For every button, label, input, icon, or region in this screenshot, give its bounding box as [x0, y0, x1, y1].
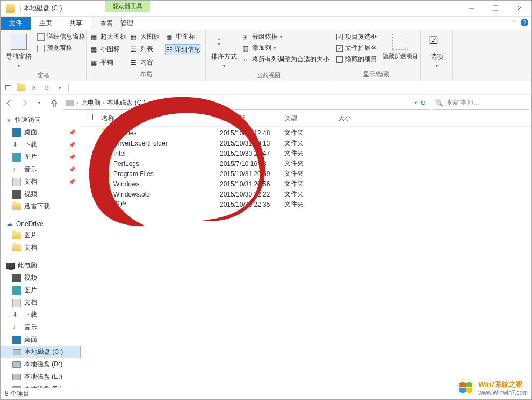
folder-icon [102, 170, 110, 177]
nav-drive-f[interactable]: 本地磁盘 (F:) [1, 383, 81, 388]
hidden-items-toggle[interactable]: 隐藏的项目 [335, 54, 378, 64]
item-checkboxes-toggle[interactable]: ✓项目复选框 [335, 32, 378, 42]
nav-thispc[interactable]: 此电脑 [1, 259, 81, 272]
preview-pane-icon [37, 45, 45, 52]
select-all-checkbox[interactable] [87, 114, 93, 120]
file-extensions-toggle[interactable]: ✓文件扩展名 [335, 43, 378, 53]
view-details[interactable]: ☷详细信息 [165, 44, 200, 55]
ribbon-group-currentview: 当前视图 [209, 70, 328, 79]
file-row[interactable]: Binaries2015/10/31 12:48文件夹 [81, 128, 531, 138]
recent-locations-button[interactable]: ▾ [33, 97, 46, 110]
nav-onedrive[interactable]: ☁OneDrive [1, 218, 81, 229]
divider: | [20, 5, 21, 12]
nav-onedrive-pictures[interactable]: 图片 [1, 229, 81, 242]
view-large-icons[interactable]: ▦大图标 [130, 32, 163, 42]
back-button[interactable] [3, 97, 16, 110]
column-type[interactable]: 类型 [284, 114, 338, 123]
tab-file[interactable]: 文件 [1, 17, 31, 30]
help-button[interactable]: ? [521, 19, 528, 26]
preview-pane-button[interactable]: 预览窗格 [36, 43, 87, 53]
qat-redo[interactable]: ↺ [41, 83, 52, 93]
qat-properties[interactable]: 🗔 [3, 83, 13, 93]
qat-undo[interactable]: ✕ [28, 83, 39, 93]
nav-videos[interactable]: 视频 [1, 188, 81, 200]
tiles-icon: ▦ [166, 33, 174, 41]
nav-pc-pictures[interactable]: 图片 [1, 284, 81, 296]
address-bar[interactable]: › 此电脑 › 本地磁盘 (C:) ▾ ↻ [63, 97, 430, 110]
nav-quick-access[interactable]: ★快速访问 [1, 114, 81, 126]
nav-onedrive-documents[interactable]: 文档 [1, 242, 81, 254]
file-type: 文件夹 [284, 139, 338, 148]
file-row[interactable]: Windows.old2015/10/30 22:22文件夹 [81, 189, 531, 199]
maximize-button[interactable] [483, 1, 507, 16]
view-list[interactable]: ☰列表 [130, 44, 163, 54]
file-row[interactable]: Program Files2015/10/31 20:59文件夹 [81, 169, 531, 179]
nav-pc-desktop[interactable]: 桌面 [1, 333, 81, 346]
nav-pc-music[interactable]: ♪音乐 [1, 321, 81, 333]
qat-customize[interactable]: ▾ [54, 83, 65, 93]
options-button[interactable]: ☑ 选项 ▾ [427, 32, 447, 70]
pictures-icon [12, 286, 21, 295]
nav-drive-c[interactable]: 本地磁盘 (C:) [1, 346, 81, 358]
nav-desktop[interactable]: 桌面📌 [1, 126, 81, 139]
file-row[interactable]: DriverExpertFolder2015/10/31 20:13文件夹 [81, 138, 531, 148]
breadcrumb-thispc[interactable]: 此电脑 [81, 98, 100, 107]
nav-documents[interactable]: 文档📌 [1, 176, 81, 188]
file-row[interactable]: Intel2015/10/30 20:47文件夹 [81, 148, 531, 158]
search-box[interactable]: 🔍 搜索"本地... [433, 97, 529, 110]
size-columns-button[interactable]: ↔将所有列调整为合适的大小 [241, 54, 330, 64]
checkbox-icon [336, 56, 343, 63]
file-row[interactable]: PerfLogs2015/7/10 16:28文件夹 [81, 158, 531, 169]
file-type: 文件夹 [284, 159, 338, 168]
ribbon-group-showhide: 显示/隐藏 [335, 69, 417, 78]
contextual-tab-drive-tools[interactable]: 驱动器工具 [105, 1, 150, 12]
navigation-pane[interactable]: ★快速访问 桌面📌 ⬇下载📌 图片📌 ♪音乐📌 文档📌 视频 迅雷下载 ☁One… [1, 111, 81, 388]
add-columns-button[interactable]: ▥添加列 ▾ [241, 43, 330, 53]
address-history-button[interactable]: ▾ [415, 100, 417, 105]
nav-music[interactable]: ♪音乐📌 [1, 163, 81, 176]
group-by-button[interactable]: ⊞分组依据 ▾ [241, 32, 330, 42]
nav-drive-d[interactable]: 本地磁盘 (D:) [1, 358, 81, 370]
up-button[interactable] [48, 97, 61, 110]
view-content[interactable]: ☰内容 [130, 57, 163, 68]
details-pane-button[interactable]: 详细信息窗格 [36, 32, 87, 42]
column-size[interactable]: 大小 [338, 114, 381, 123]
nav-pc-downloads[interactable]: ⬇下载 [1, 309, 81, 321]
hide-selected-button[interactable]: 隐藏所选项目 [380, 32, 420, 62]
file-row[interactable]: Windows2015/10/31 20:56文件夹 [81, 179, 531, 189]
tiles-icon: ▦ [91, 46, 98, 53]
collapse-ribbon-button[interactable]: ⌃ [512, 19, 516, 26]
view-xlarge-icons[interactable]: ▦超大图标 [90, 32, 127, 42]
nav-thunder[interactable]: 迅雷下载 [1, 200, 81, 213]
file-date: 2015/10/30 22:22 [220, 191, 284, 198]
close-button[interactable] [507, 1, 531, 16]
minimize-button[interactable] [459, 1, 483, 16]
file-row[interactable]: 用户2015/10/30 22:35文件夹 [81, 199, 531, 209]
nav-pictures[interactable]: 图片📌 [1, 151, 81, 163]
breadcrumb-drive[interactable]: 本地磁盘 (C:) [107, 98, 145, 107]
folder-icon [102, 201, 110, 208]
ribbon: 导航窗格 ▾ 详细信息窗格 预览窗格 窗格 ▦超大图标 ▦大图标 ▦中图标 ▦小… [1, 30, 531, 81]
tab-home[interactable]: 主页 [31, 17, 61, 30]
navigation-pane-button[interactable]: 导航窗格 ▾ [4, 32, 34, 70]
view-small-icons[interactable]: ▦小图标 [90, 44, 127, 54]
forward-button[interactable] [18, 97, 31, 110]
column-date[interactable]: 修改日期 [220, 114, 284, 123]
qat-new-folder[interactable] [16, 83, 26, 93]
pictures-icon [12, 153, 21, 162]
sort-by-button[interactable]: ↕ 排序方式 ▾ [209, 32, 239, 70]
column-headers[interactable]: 名称 修改日期 类型 大小 [81, 111, 531, 127]
navigation-pane-icon [11, 34, 27, 50]
tab-manage[interactable]: 管理 [112, 17, 142, 30]
view-tiles[interactable]: ▦平铺 [90, 57, 127, 68]
refresh-button[interactable]: ↻ [420, 99, 426, 107]
column-name[interactable]: 名称 [102, 114, 220, 123]
nav-drive-e[interactable]: 本地磁盘 (E:) [1, 370, 81, 383]
tab-share[interactable]: 共享 [61, 17, 91, 30]
view-medium-icons[interactable]: ▦中图标 [165, 32, 198, 42]
nav-pc-videos[interactable]: 视频 [1, 272, 81, 284]
file-type: 文件夹 [284, 190, 338, 199]
nav-pc-documents[interactable]: 文档 [1, 296, 81, 309]
file-list[interactable]: Binaries2015/10/31 12:48文件夹DriverExpertF… [81, 127, 531, 388]
nav-downloads[interactable]: ⬇下载📌 [1, 139, 81, 151]
